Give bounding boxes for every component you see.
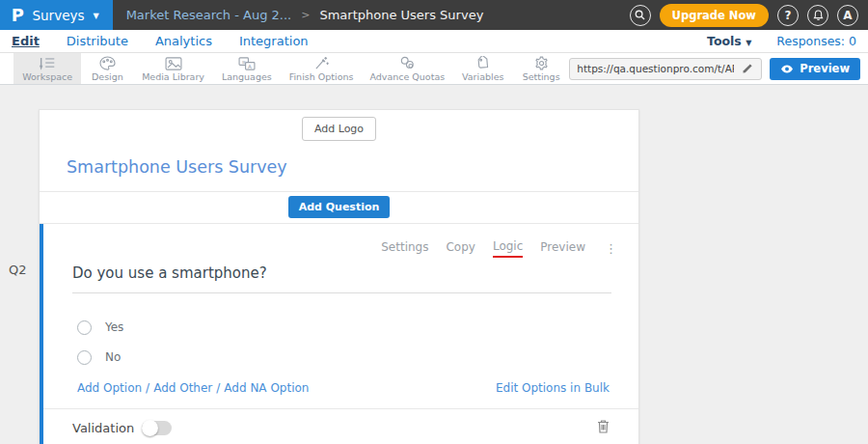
question-text[interactable]: Do you use a smartphone? (72, 264, 611, 293)
question-tab-settings[interactable]: Settings (381, 240, 428, 257)
add-question-section: Add Question (40, 191, 638, 224)
palette-icon (99, 56, 116, 70)
radio-button[interactable] (77, 320, 92, 335)
edit-options-in-bulk-link[interactable]: Edit Options in Bulk (496, 381, 610, 395)
toolbar: Workspace Design Media Library ≋A Langua… (0, 53, 868, 85)
tab-analytics[interactable]: Analytics (155, 34, 212, 48)
responses-count: Responses: 0 (776, 34, 856, 48)
survey-card: Add Logo Smartphone Users Survey Add Que… (39, 109, 639, 444)
gear-icon (534, 56, 549, 70)
toolbar-label: Design (92, 71, 123, 82)
add-question-button-top[interactable]: Add Question (288, 196, 391, 218)
breadcrumb: Market Research - Aug 2... > Smartphone … (126, 8, 484, 22)
tab-edit[interactable]: Edit (12, 34, 40, 48)
question-block: Q2 Settings Copy Logic Preview ⋮ Do you … (40, 224, 638, 444)
top-actions: Upgrade Now ? A (630, 4, 868, 27)
breadcrumb-separator: > (301, 9, 310, 21)
radio-button[interactable] (77, 350, 92, 365)
survey-url-input[interactable] (570, 63, 736, 74)
avatar[interactable]: A (837, 5, 858, 26)
image-icon (165, 57, 182, 70)
nav-right: Tools ▼ Responses: 0 (707, 34, 856, 48)
delete-question-button[interactable] (597, 419, 610, 437)
option-row: No (77, 349, 638, 365)
tools-label: Tools (707, 34, 742, 48)
surveys-label: Surveys (32, 8, 84, 23)
toolbar-languages[interactable]: ≋A Languages (213, 53, 281, 84)
add-logo-button[interactable]: Add Logo (302, 117, 376, 141)
magic-wand-icon (313, 56, 329, 70)
bell-icon (813, 10, 824, 21)
link-separator: / (216, 381, 220, 395)
option-label[interactable]: No (105, 350, 121, 364)
validation-row: Validation (43, 408, 638, 444)
survey-title[interactable]: Smartphone Users Survey (67, 157, 638, 177)
translate-icon: ≋A (238, 57, 256, 70)
tools-menu[interactable]: Tools ▼ (707, 34, 751, 48)
chain-links-icon (399, 56, 416, 70)
search-icon (635, 10, 645, 20)
add-na-option-link[interactable]: Add NA Option (224, 381, 309, 395)
search-button[interactable] (630, 5, 651, 26)
toolbar-workspace[interactable]: Workspace (14, 53, 81, 84)
svg-text:A: A (248, 63, 252, 69)
tab-distribute[interactable]: Distribute (67, 34, 128, 48)
question-tabs: Settings Copy Logic Preview ⋮ (43, 224, 638, 258)
question-tab-preview[interactable]: Preview (540, 240, 585, 257)
question-tab-logic[interactable]: Logic (493, 239, 523, 258)
validation-toggle[interactable] (142, 421, 172, 435)
question-text-wrap: Do you use a smartphone? (72, 264, 611, 293)
toolbar-media-library[interactable]: Media Library (133, 53, 212, 84)
workspace-icon (38, 56, 57, 70)
notifications-button[interactable] (807, 5, 828, 26)
link-separator: / (146, 381, 149, 395)
tab-integration[interactable]: Integration (239, 34, 309, 48)
toolbar-label: Media Library (142, 71, 204, 82)
preview-button[interactable]: Preview (770, 58, 860, 80)
top-bar: P Surveys ▼ Market Research - Aug 2... >… (0, 0, 868, 30)
breadcrumb-current: Smartphone Users Survey (319, 8, 483, 22)
upgrade-now-button[interactable]: Upgrade Now (660, 4, 769, 27)
option-links-row: Add Option / Add Other / Add NA Option E… (77, 381, 610, 395)
chevron-down-icon: ▼ (93, 12, 98, 20)
add-other-link[interactable]: Add Other (153, 381, 212, 395)
add-option-link[interactable]: Add Option (77, 381, 142, 395)
toolbar-settings[interactable]: Settings (513, 53, 569, 84)
eye-icon (780, 65, 794, 73)
question-tab-copy[interactable]: Copy (446, 240, 475, 257)
toolbar-finish-options[interactable]: Finish Options (281, 53, 362, 84)
main-area: Add Logo Smartphone Users Survey Add Que… (0, 85, 868, 444)
surveys-menu[interactable]: P Surveys ▼ (0, 0, 113, 30)
validation-label: Validation (72, 421, 134, 435)
kebab-menu-icon[interactable]: ⋮ (605, 246, 617, 251)
toolbar-advance-quotas[interactable]: Advance Quotas (362, 53, 452, 84)
toggle-knob (142, 420, 158, 436)
toolbar-label: Advance Quotas (369, 71, 445, 82)
preview-label: Preview (800, 62, 850, 75)
trash-icon (597, 419, 610, 433)
toolbar-label: Workspace (22, 71, 72, 82)
edit-url-button[interactable] (736, 59, 759, 79)
question-number: Q2 (9, 263, 27, 277)
pencil-icon (742, 63, 753, 74)
toolbar-variables[interactable]: Variables (453, 53, 513, 84)
logo-section: Add Logo (40, 110, 638, 141)
tag-icon (475, 56, 491, 70)
toolbar-label: Settings (523, 71, 560, 82)
toolbar-design[interactable]: Design (81, 53, 133, 84)
survey-url-box (569, 58, 762, 80)
toolbar-label: Finish Options (289, 71, 354, 82)
toolbar-label: Languages (222, 71, 272, 82)
help-button[interactable]: ? (777, 5, 799, 26)
toolbar-label: Variables (462, 71, 503, 82)
questionpro-logo: P (12, 6, 24, 25)
nav-row: Edit Distribute Analytics Integration To… (0, 30, 868, 53)
svg-text:≋: ≋ (242, 59, 246, 65)
option-row: Yes (77, 319, 638, 335)
chevron-down-icon: ▼ (746, 39, 751, 47)
toolbar-right: Preview (569, 53, 868, 84)
option-label[interactable]: Yes (105, 320, 123, 334)
breadcrumb-parent[interactable]: Market Research - Aug 2... (126, 8, 292, 22)
